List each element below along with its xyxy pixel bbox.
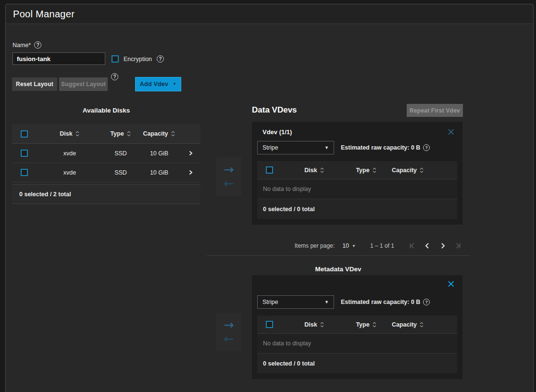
column-header-type[interactable]: Type [103, 130, 138, 137]
select-caret-icon: ▼ [324, 146, 329, 150]
row-checkbox[interactable] [21, 150, 28, 157]
metadata-vdev-transfer-arrows: → ← [216, 313, 241, 351]
expand-row-icon[interactable] [187, 150, 193, 156]
vdev-layout-select[interactable]: Stripe ▼ [257, 295, 334, 309]
add-vdev-label: Add Vdev [140, 81, 168, 88]
column-header-type[interactable]: Type [348, 321, 385, 328]
metadata-vdev-card: × Stripe ▼ Estimated raw capacity: 0 B ?… [252, 275, 462, 379]
column-header-disk[interactable]: Disk [281, 167, 348, 174]
disk-cell: xvde [36, 169, 103, 176]
move-to-vdev-arrow-icon[interactable]: → [224, 163, 234, 177]
move-from-vdev-arrow-icon[interactable]: ← [224, 332, 234, 346]
data-vdev-card-header: Vdev (1/1) × [257, 122, 457, 140]
capacity-help-icon[interactable]: ? [423, 299, 430, 305]
estimated-capacity: Estimated raw capacity: 0 B ? [341, 299, 430, 305]
metadata-vdev-card-header: × [257, 275, 457, 291]
metadata-vdev-title: Metadata VDev [207, 266, 470, 273]
sort-icon[interactable] [126, 130, 131, 137]
data-vdev-footer: 0 selected / 0 total [257, 199, 457, 219]
metadata-vdev-footer: 0 selected / 0 total [257, 354, 457, 373]
next-page-icon[interactable] [438, 241, 447, 250]
available-disks-table: Disk Type Capacity xvde SSD 10 GiB [12, 124, 200, 204]
data-vdevs-title: Data VDevs [252, 105, 297, 115]
sort-icon[interactable] [320, 321, 324, 328]
suggest-layout-help-icon[interactable]: ? [111, 73, 118, 80]
close-vdev-icon[interactable]: × [447, 279, 457, 289]
capacity-cell: 10 GiB [138, 150, 180, 157]
sort-icon[interactable] [171, 130, 175, 137]
encryption-label: Encryption [124, 56, 152, 63]
name-label: Name* [12, 42, 31, 49]
metadata-vdev-layout-row: Stripe ▼ Estimated raw capacity: 0 B ? [257, 295, 457, 309]
pool-name-input[interactable] [12, 52, 105, 65]
sort-icon[interactable] [419, 167, 424, 174]
disk-cell: xvde [36, 150, 103, 157]
pagination-controls [408, 241, 462, 250]
type-cell: SSD [103, 150, 138, 157]
first-page-icon[interactable] [408, 241, 416, 250]
data-vdev-table-header: Disk Type Capacity [257, 161, 457, 179]
vdev-layout-select[interactable]: Stripe ▼ [257, 141, 334, 154]
sort-icon[interactable] [320, 167, 324, 174]
row-checkbox[interactable] [21, 169, 28, 176]
table-row[interactable]: xvde SSD 10 GiB [12, 144, 200, 163]
repeat-first-vdev-button[interactable]: Repeat First Vdev [407, 104, 463, 117]
column-header-capacity[interactable]: Capacity [138, 130, 180, 137]
last-page-icon[interactable] [454, 241, 462, 250]
data-vdev-layout-row: Stripe ▼ Estimated raw capacity: 0 B ? [257, 141, 457, 154]
encryption-row: Encryption ? [112, 55, 164, 63]
select-caret-icon: ▼ [324, 300, 329, 304]
reset-layout-button[interactable]: Reset Layout [12, 77, 57, 91]
dialog-header: Pool Manager [5, 4, 534, 24]
vdev-layout-value: Stripe [262, 299, 278, 305]
table-row[interactable]: xvde SSD 10 GiB [12, 163, 200, 182]
vdev-card-title: Vdev (1/1) [257, 128, 292, 136]
sort-icon[interactable] [75, 130, 80, 137]
previous-page-icon[interactable] [423, 241, 432, 250]
items-per-page-select[interactable]: 10 ▼ [342, 242, 356, 249]
items-per-page-caret-icon: ▼ [352, 244, 356, 248]
select-all-disks-checkbox[interactable] [21, 130, 28, 138]
no-data-row: No data to display [257, 334, 457, 354]
column-header-capacity[interactable]: Capacity [385, 167, 431, 174]
column-header-disk[interactable]: Disk [281, 321, 348, 328]
capacity-cell: 10 GiB [138, 169, 180, 176]
pool-manager-page: Pool Manager Name* ? Encryption ? Reset … [0, 0, 536, 392]
available-disks-title: Available Disks [12, 107, 200, 114]
available-disks-footer: 0 selected / 2 total [12, 184, 200, 204]
pagination-bar: Items per page: 10 ▼ 1 – 1 of 1 [252, 238, 462, 253]
name-help-icon[interactable]: ? [34, 41, 41, 49]
sort-icon[interactable] [372, 167, 377, 174]
encryption-help-icon[interactable]: ? [157, 55, 164, 63]
suggest-layout-button[interactable]: Suggest Layout [59, 77, 108, 91]
page-range-label: 1 – 1 of 1 [370, 242, 394, 249]
select-all-checkbox[interactable] [266, 166, 273, 174]
column-header-type[interactable]: Type [348, 167, 385, 174]
no-data-row: No data to display [257, 179, 457, 199]
add-vdev-caret-icon: ▼ [173, 82, 176, 86]
type-cell: SSD [103, 169, 138, 176]
name-field-label-row: Name* ? [12, 41, 41, 49]
capacity-help-icon[interactable]: ? [423, 144, 430, 151]
column-header-capacity[interactable]: Capacity [385, 321, 431, 328]
move-from-vdev-arrow-icon[interactable]: ← [224, 177, 234, 190]
sort-icon[interactable] [419, 321, 424, 328]
expand-row-icon[interactable] [187, 169, 193, 176]
add-vdev-button[interactable]: Add Vdev ▼ [135, 77, 181, 91]
column-header-disk[interactable]: Disk [36, 130, 103, 137]
metadata-vdev-table: Disk Type Capacity No data to display 0 … [257, 316, 457, 373]
page-title: Pool Manager [13, 9, 75, 20]
select-all-checkbox[interactable] [266, 321, 273, 328]
move-to-vdev-arrow-icon[interactable]: → [224, 318, 234, 332]
section-divider [207, 255, 470, 256]
available-disks-header: Disk Type Capacity [12, 124, 200, 144]
vdev-layout-value: Stripe [262, 144, 278, 151]
data-vdev-transfer-arrows: → ← [216, 157, 241, 196]
data-vdev-table: Disk Type Capacity No data to display 0 … [257, 161, 457, 219]
data-vdev-card: Vdev (1/1) × Stripe ▼ Estimated raw capa… [252, 122, 462, 225]
sort-icon[interactable] [372, 321, 377, 328]
metadata-vdev-table-header: Disk Type Capacity [257, 316, 457, 334]
items-per-page-label: Items per page: [295, 242, 335, 249]
close-vdev-icon[interactable]: × [447, 127, 457, 137]
encryption-checkbox[interactable] [112, 55, 119, 63]
